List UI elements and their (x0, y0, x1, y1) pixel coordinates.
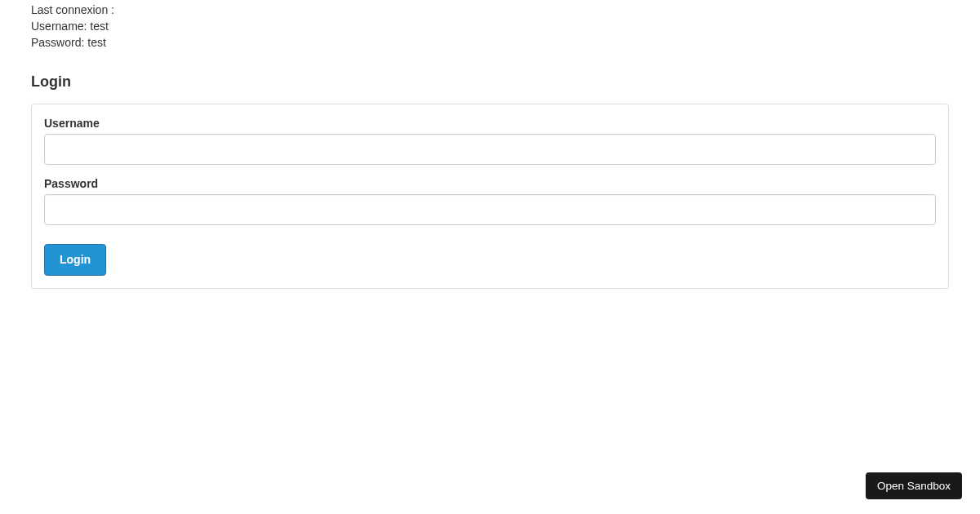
login-button[interactable]: Login (44, 244, 106, 276)
last-connexion-info: Last connexion : Username: test Password… (31, 2, 949, 51)
username-label-text: Username: (31, 20, 87, 33)
password-input-label: Password (44, 177, 936, 190)
password-input[interactable] (44, 194, 936, 225)
login-panel: Username Password Login (31, 104, 949, 289)
username-input-label: Username (44, 117, 936, 130)
last-connexion-password: Password: test (31, 34, 949, 51)
username-form-group: Username (44, 117, 936, 165)
password-label-text: Password: (31, 36, 84, 49)
last-connexion-username: Username: test (31, 18, 949, 34)
username-input[interactable] (44, 134, 936, 165)
username-value-text: test (90, 20, 109, 33)
last-connexion-label: Last connexion : (31, 2, 949, 18)
password-value-text: test (87, 36, 106, 49)
login-heading: Login (31, 73, 949, 91)
open-sandbox-button[interactable]: Open Sandbox (866, 472, 962, 499)
password-form-group: Password (44, 177, 936, 225)
